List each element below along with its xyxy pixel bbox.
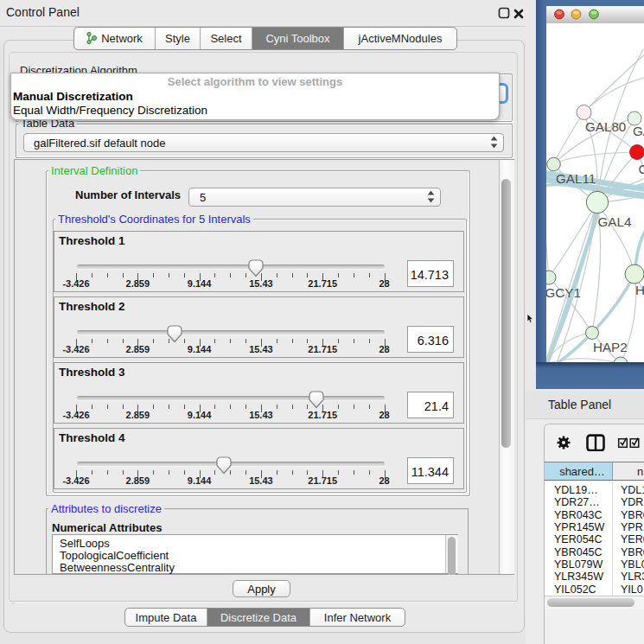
svg-text:GAL80: GAL80	[585, 119, 626, 134]
svg-text:GCY1: GCY1	[546, 285, 581, 300]
svg-text:GAL4: GAL4	[598, 214, 632, 229]
svg-text:C: C	[639, 162, 644, 176]
svg-text:GAL11: GAL11	[556, 171, 596, 186]
svg-text:GA: GA	[633, 124, 644, 138]
svg-text:HAP2: HAP2	[593, 340, 628, 354]
svg-text:H: H	[635, 283, 644, 297]
